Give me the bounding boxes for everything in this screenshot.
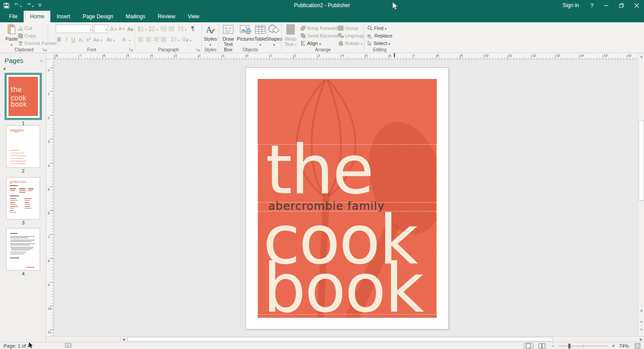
copy-button[interactable]: Copy xyxy=(18,32,36,39)
dropdown-arrow-icon xyxy=(105,26,107,32)
wrap-text-icon xyxy=(286,24,295,35)
restore-button[interactable] xyxy=(614,0,629,11)
page-3-thumbnail[interactable]: grilled tofu xyxy=(6,177,40,220)
bring-forward-button[interactable]: Bring Forward xyxy=(300,24,341,32)
scroll-up-button[interactable]: ▲ xyxy=(638,53,644,60)
horizontal-ruler[interactable]: 87654321012345678910111213141516 xyxy=(54,53,638,59)
vertical-ruler[interactable]: 01234567891011 xyxy=(46,59,54,336)
align-center-button[interactable] xyxy=(146,36,151,43)
font-name-combobox[interactable] xyxy=(56,25,93,33)
character-spacing-button[interactable]: AV xyxy=(107,36,115,43)
font-color-button[interactable]: A xyxy=(121,36,131,43)
zoom-out-button[interactable]: − xyxy=(550,343,555,349)
two-page-spread-view-button[interactable] xyxy=(537,343,547,349)
zoom-slider[interactable] xyxy=(558,343,607,349)
italic-button[interactable]: I xyxy=(63,36,70,43)
wrap-text-button[interactable]: Wrap Text xyxy=(283,23,298,46)
page-4-number[interactable]: 4 xyxy=(4,271,42,276)
align-left-button[interactable] xyxy=(138,36,144,43)
tab-file[interactable]: File xyxy=(3,11,24,22)
page-3-number[interactable]: 3 xyxy=(4,220,42,225)
svg-text:ab: ab xyxy=(367,34,371,37)
page-2-number[interactable]: 2 xyxy=(4,168,42,174)
pages-group-triangle-icon[interactable] xyxy=(3,67,5,70)
page-1-thumbnail[interactable]: the abercrombie family cook book xyxy=(4,73,42,120)
decrease-indent-button[interactable] xyxy=(161,25,167,33)
subscript-button[interactable]: x₂ xyxy=(78,36,84,43)
zoom-slider-thumb[interactable] xyxy=(568,344,570,349)
select-button[interactable]: Select xyxy=(367,39,390,47)
find-button[interactable]: Find xyxy=(367,24,386,32)
horizontal-scrollbar-thumb[interactable] xyxy=(127,337,553,341)
shapes-button[interactable]: Shapes xyxy=(267,23,281,46)
scroll-down-button[interactable]: ▼ xyxy=(638,307,644,314)
rotate-button[interactable]: Rotate xyxy=(338,39,362,47)
grow-font-button[interactable]: A▲ xyxy=(110,25,117,33)
numbering-button[interactable]: 12 xyxy=(149,25,158,33)
change-case-button[interactable]: Aa xyxy=(93,36,102,43)
bold-button[interactable]: B xyxy=(56,36,62,43)
columns-button[interactable] xyxy=(178,25,187,33)
single-page-view-button[interactable] xyxy=(524,343,533,349)
paragraph-shading-button[interactable] xyxy=(182,36,192,43)
align-right-button[interactable] xyxy=(153,36,159,43)
styles-button[interactable]: A Styles xyxy=(201,23,220,46)
tab-review[interactable]: Review xyxy=(152,11,181,22)
special-characters-button[interactable]: ¶ xyxy=(191,25,194,32)
font-dialog-launcher[interactable] xyxy=(129,47,134,52)
line-spacing-button[interactable] xyxy=(171,36,180,43)
close-button[interactable] xyxy=(629,0,644,11)
minimize-button[interactable] xyxy=(599,0,614,11)
publication-page[interactable]: the abercrombie family cook book xyxy=(246,67,449,329)
cover-word-book: book xyxy=(263,254,423,318)
font-size-combobox[interactable] xyxy=(94,25,108,33)
close-icon xyxy=(634,3,639,8)
page-2-thumbnail[interactable]: veggies • grilled tofu• mushroom pesto• … xyxy=(6,125,40,168)
next-page-button[interactable]: ⏷ xyxy=(638,326,644,333)
help-button[interactable]: ? xyxy=(585,0,599,11)
dropdown-arrow-icon xyxy=(295,42,297,48)
underline-button[interactable]: U xyxy=(70,36,77,43)
shrink-font-button[interactable]: A▼ xyxy=(119,25,125,33)
publisher-window: Publication2 - Publisher Sign in ? File … xyxy=(0,0,644,349)
page-4-thumbnail[interactable] xyxy=(6,228,40,270)
zoom-in-button[interactable]: + xyxy=(611,343,615,349)
replace-button[interactable]: ab Replace xyxy=(367,32,392,39)
table-button[interactable]: Table xyxy=(254,23,267,46)
clipboard-dialog-launcher[interactable] xyxy=(43,47,47,52)
tab-view[interactable]: View xyxy=(181,11,205,22)
page-indicator[interactable]: Page: 1 of 4 xyxy=(4,343,30,349)
cut-icon xyxy=(18,25,23,31)
canvas-workspace[interactable]: the abercrombie family cook book xyxy=(54,59,638,336)
clear-formatting-button[interactable]: A xyxy=(127,25,134,33)
align-center-icon xyxy=(146,37,151,42)
zoom-level[interactable]: 74% xyxy=(619,343,629,349)
tab-insert[interactable]: Insert xyxy=(50,11,76,22)
vertical-scrollbar[interactable]: ▲ ▼ ⏶ ⏷ xyxy=(638,53,644,336)
previous-page-button[interactable]: ⏶ xyxy=(638,318,644,325)
tab-home[interactable]: Home xyxy=(24,11,50,22)
superscript-button[interactable]: x² xyxy=(85,36,92,43)
align-button[interactable]: Align xyxy=(300,39,321,47)
tab-mailings[interactable]: Mailings xyxy=(119,11,152,22)
bullets-button[interactable] xyxy=(138,25,147,33)
pages-panel: Pages ‹ the abercrombie family cook book… xyxy=(0,53,46,342)
vertical-scrollbar-thumb[interactable] xyxy=(639,120,644,201)
fit-page-button[interactable] xyxy=(632,343,642,349)
dropdown-arrow-icon xyxy=(113,37,115,42)
tab-page-design[interactable]: Page Design xyxy=(76,11,119,22)
pictures-button[interactable]: Pictures xyxy=(238,23,254,46)
group-button[interactable]: Group xyxy=(338,24,359,32)
paragraph-dialog-launcher[interactable] xyxy=(196,47,201,52)
draw-text-box-button[interactable]: A Draw Text Box xyxy=(220,23,237,46)
cut-button[interactable]: Cut xyxy=(18,24,32,32)
ungroup-button[interactable]: Ungroup xyxy=(338,32,364,39)
collapse-pages-panel-button[interactable]: ‹ xyxy=(41,58,42,63)
svg-text:1: 1 xyxy=(149,26,151,29)
title-bar: Publication2 - Publisher Sign in ? xyxy=(0,0,644,11)
increase-indent-button[interactable] xyxy=(168,25,174,33)
sign-in-link[interactable]: Sign in xyxy=(556,0,585,11)
object-size-icon[interactable]: xy xyxy=(65,343,71,348)
justify-button[interactable] xyxy=(161,36,166,43)
cover-image[interactable]: the abercrombie family cook book xyxy=(258,79,437,318)
